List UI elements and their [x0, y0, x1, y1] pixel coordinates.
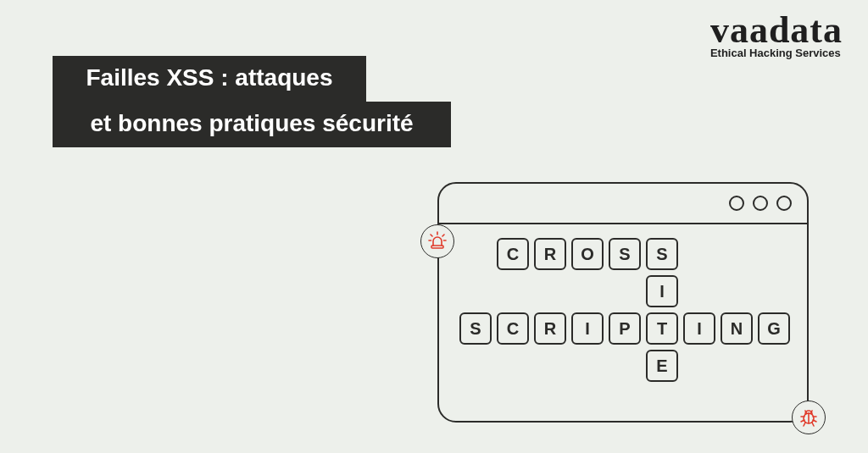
title-line-2: et bonnes pratiques sécurité [53, 102, 451, 147]
crossword-tile: I [646, 275, 678, 307]
svg-line-15 [812, 423, 814, 426]
crossword-tile: S [646, 238, 678, 270]
window-button-icon [776, 196, 792, 211]
window-header [439, 184, 807, 224]
siren-icon [426, 230, 448, 252]
crossword-tile: I [571, 312, 604, 345]
bug-icon [792, 401, 826, 434]
brand-tagline: Ethical Hacking Services [710, 47, 843, 59]
brand-block: vaadata Ethical Hacking Services [710, 15, 843, 59]
crossword-tile: I [683, 312, 715, 345]
crossword-tile: S [459, 312, 492, 345]
window-button-icon [729, 196, 744, 211]
crossword-tile: N [721, 312, 753, 345]
crossword-tile: S [609, 238, 641, 270]
crossword-tile: R [534, 312, 566, 345]
svg-line-14 [804, 423, 805, 426]
crossword-tile: R [534, 238, 566, 270]
crossword-tile: C [497, 238, 529, 270]
crossword-tile: E [646, 350, 678, 382]
svg-line-3 [442, 235, 444, 236]
crossword-tile: O [571, 238, 604, 270]
crossword-tile: G [758, 312, 790, 345]
svg-line-2 [431, 235, 432, 236]
window-button-icon [753, 196, 768, 211]
title-line-1: Failles XSS : attaques [53, 56, 366, 102]
svg-rect-0 [431, 246, 443, 248]
brand-name: vaadata [710, 15, 843, 45]
crossword-tile: P [609, 312, 641, 345]
title-block: Failles XSS : attaques et bonnes pratiqu… [53, 56, 451, 147]
crossword-tile: C [497, 312, 529, 345]
browser-window-illustration: CROSSISCRIPTINGE [437, 182, 809, 423]
alert-siren-icon [420, 224, 454, 258]
crossword-tile: T [646, 312, 678, 345]
bug-icon-svg [798, 406, 820, 428]
